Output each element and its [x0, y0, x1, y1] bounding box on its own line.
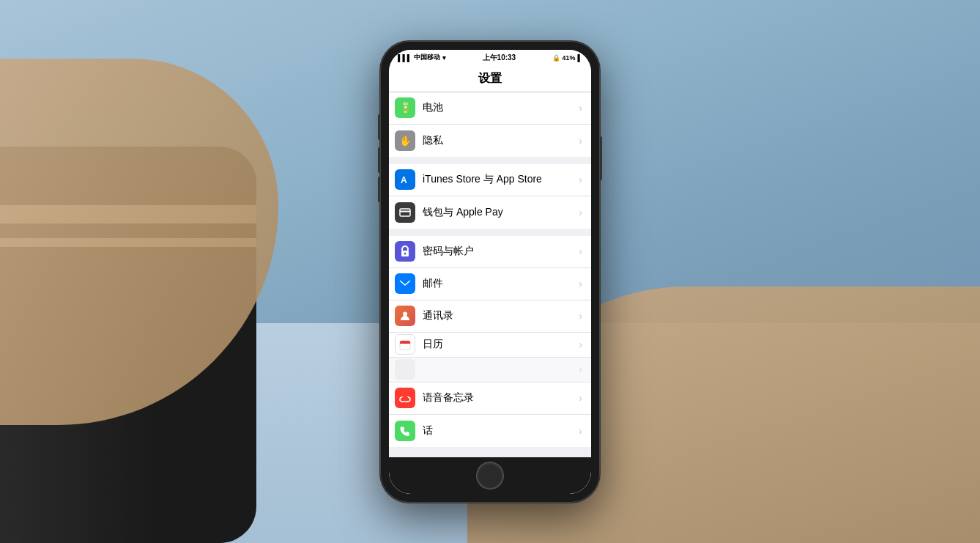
settings-cell-wallet[interactable]: 钱包与 Apple Pay ›	[389, 196, 591, 229]
itunes-label: iTunes Store 与 App Store	[423, 173, 579, 186]
battery-label: 41%	[563, 54, 576, 62]
settings-cell-mail[interactable]: 邮件 ›	[389, 268, 591, 300]
chevron-icon: ›	[579, 245, 582, 257]
chevron-icon: ›	[579, 135, 582, 147]
settings-cell-hidden1[interactable]: ›	[389, 358, 591, 383]
lock-icon: 🔒	[552, 54, 560, 62]
settings-group-2: A iTunes Store 与 App Store ›	[389, 164, 591, 229]
settings-group-3: 密码与帐户 › 邮件 ›	[389, 236, 591, 447]
svg-rect-9	[400, 342, 410, 344]
svg-rect-12	[402, 397, 408, 402]
settings-cell-passwords[interactable]: 密码与帐户 ›	[389, 236, 591, 268]
status-right: 🔒 41% ▌	[552, 54, 582, 62]
wallet-label: 钱包与 Apple Pay	[423, 206, 579, 219]
signal-icon: ▌▌▌	[398, 54, 412, 62]
status-left: ▌▌▌ 中国移动 ▾	[398, 53, 446, 62]
privacy-icon: ✋	[395, 130, 415, 151]
chevron-icon: ›	[579, 207, 582, 218]
settings-cell-contacts[interactable]: 通讯录 ›	[389, 300, 591, 333]
settings-list: 🔋 电池 › ✋ 隐私 ›	[389, 92, 591, 457]
iphone-device: ▌▌▌ 中国移动 ▾ 上午10:33 🔒 41% ▌ 设置	[380, 41, 600, 503]
battery-icon: 🔋	[395, 97, 415, 118]
mail-icon	[395, 273, 415, 294]
passwords-label: 密码与帐户	[423, 245, 579, 258]
page-title: 设置	[478, 71, 502, 86]
navigation-bar: 设置	[389, 66, 591, 92]
group-separator-1	[389, 157, 591, 164]
carrier-label: 中国移动	[414, 53, 440, 62]
settings-cell-phone[interactable]: 话 ›	[389, 415, 591, 447]
settings-cell-calendar[interactable]: 日历 ›	[389, 333, 591, 358]
settings-group-1: 🔋 电池 › ✋ 隐私 ›	[389, 92, 591, 157]
voicemail-label: 语音备忘录	[423, 391, 579, 405]
svg-rect-2	[400, 210, 410, 212]
iphone-screen: ▌▌▌ 中国移动 ▾ 上午10:33 🔒 41% ▌ 设置	[389, 50, 591, 494]
iphone-frame: ▌▌▌ 中国移动 ▾ 上午10:33 🔒 41% ▌ 设置	[380, 41, 600, 503]
contacts-icon	[395, 306, 415, 326]
chevron-icon: ›	[579, 278, 582, 289]
chevron-icon: ›	[579, 339, 582, 350]
passwords-icon	[395, 241, 415, 262]
chevron-icon: ›	[579, 425, 582, 437]
calendar-label: 日历	[423, 338, 579, 351]
svg-rect-5	[400, 280, 410, 287]
settings-cell-battery[interactable]: 🔋 电池 ›	[389, 92, 591, 125]
settings-cell-voicemail[interactable]: 语音备忘录 ›	[389, 383, 591, 415]
chevron-icon: ›	[579, 102, 582, 114]
wallet-icon	[395, 202, 415, 223]
settings-cell-itunes[interactable]: A iTunes Store 与 App Store ›	[389, 164, 591, 196]
calendar-icon	[395, 334, 415, 355]
svg-text:A: A	[401, 175, 407, 185]
itunes-icon: A	[395, 169, 415, 190]
chevron-icon: ›	[579, 363, 582, 375]
battery-icon: ▌	[578, 54, 582, 62]
contacts-label: 通讯录	[423, 309, 579, 322]
hidden1-icon	[395, 359, 415, 380]
battery-label: 电池	[423, 101, 579, 114]
status-time: 上午10:33	[483, 53, 516, 63]
privacy-label: 隐私	[423, 134, 579, 147]
chevron-icon: ›	[579, 392, 582, 404]
chevron-icon: ›	[579, 310, 582, 322]
svg-point-4	[404, 253, 407, 255]
phone-label: 话	[423, 424, 579, 437]
group-separator-2	[389, 229, 591, 236]
home-button-area	[389, 457, 591, 494]
phone-icon	[395, 421, 415, 441]
mail-label: 邮件	[423, 277, 579, 290]
settings-cell-privacy[interactable]: ✋ 隐私 ›	[389, 125, 591, 157]
status-bar: ▌▌▌ 中国移动 ▾ 上午10:33 🔒 41% ▌	[389, 50, 591, 66]
home-button[interactable]	[477, 462, 503, 489]
svg-rect-1	[400, 209, 410, 216]
chevron-icon: ›	[579, 174, 582, 185]
voicemail-icon	[395, 388, 415, 408]
svg-point-6	[403, 312, 407, 317]
wifi-icon: ▾	[442, 54, 446, 62]
